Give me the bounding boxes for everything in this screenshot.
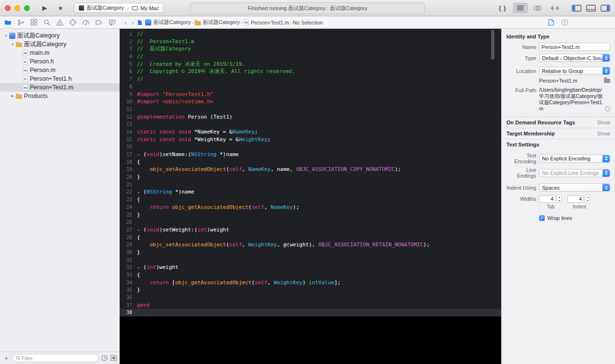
code-line-22[interactable]: 22- (NSString *)name bbox=[120, 188, 501, 196]
filter-input[interactable] bbox=[22, 355, 95, 361]
line-endings-popup[interactable]: No Explicit Line Endings bbox=[539, 169, 610, 177]
sidebar-item-Person+Test1.h[interactable]: hPerson+Test1.h bbox=[0, 74, 120, 83]
breadcrumb-item[interactable]: 面试题Category bbox=[195, 19, 240, 26]
tab-width-stepper[interactable] bbox=[556, 194, 562, 203]
stop-button[interactable]: ■ bbox=[59, 5, 62, 12]
code-line-38[interactable]: 38 bbox=[120, 309, 501, 316]
code-line-9[interactable]: 9#import "Person+Test1.h" bbox=[120, 91, 501, 98]
test-navigator-icon[interactable] bbox=[67, 17, 79, 28]
code-line-6[interactable]: 6// Copyright © 2019年 冰凌天. All rights re… bbox=[120, 68, 501, 75]
version-editor-button[interactable] bbox=[548, 3, 562, 13]
code-line-11[interactable]: 11 bbox=[120, 106, 501, 113]
code-line-18[interactable]: 18{ bbox=[120, 158, 501, 166]
indent-width-stepper[interactable] bbox=[585, 194, 590, 203]
report-navigator-icon[interactable] bbox=[106, 17, 118, 28]
code-line-32[interactable]: 32- (int)weight bbox=[120, 264, 501, 271]
standard-editor-button[interactable] bbox=[513, 3, 528, 13]
code-line-28[interactable]: 28{ bbox=[120, 234, 501, 242]
run-button[interactable]: ▶ bbox=[42, 4, 47, 12]
breadcrumb-item[interactable]: 面试题Category bbox=[145, 19, 191, 26]
breadcrumb-item[interactable]: No Selection bbox=[293, 20, 322, 25]
source-control-navigator-icon[interactable] bbox=[15, 17, 26, 28]
back-button[interactable]: ‹ bbox=[123, 19, 128, 26]
related-items-icon[interactable] bbox=[137, 20, 142, 25]
code-line-2[interactable]: 2// Person+Test1.m bbox=[120, 38, 501, 46]
code-line-4[interactable]: 4// bbox=[120, 53, 501, 61]
code-line-7[interactable]: 7// bbox=[120, 75, 501, 83]
code-line-10[interactable]: 10#import <objc/runtime.h> bbox=[120, 98, 501, 106]
code-line-3[interactable]: 3// 面试题Category bbox=[120, 45, 501, 53]
code-line-15[interactable]: 15static const void *WeightKey = &Weight… bbox=[120, 136, 501, 144]
location-popup[interactable]: Relative to Group bbox=[539, 67, 610, 75]
close-window-button[interactable] bbox=[5, 5, 11, 11]
source-editor[interactable]: 1//2// Person+Test1.m3// 面试题Category4//5… bbox=[120, 29, 501, 364]
sidebar-item-面试题Category[interactable]: ▼面试题Category bbox=[0, 40, 120, 49]
code-line-21[interactable]: 21 bbox=[120, 181, 501, 189]
sidebar-item-Person+Test1.m[interactable]: mPerson+Test1.m bbox=[0, 83, 120, 92]
code-line-35[interactable]: 35} bbox=[120, 286, 501, 294]
recent-files-icon[interactable] bbox=[101, 355, 108, 361]
code-line-16[interactable]: 16 bbox=[120, 143, 501, 151]
toggle-inspector-button[interactable] bbox=[601, 5, 610, 12]
issue-navigator-icon[interactable] bbox=[54, 17, 66, 28]
sidebar-item-Person.h[interactable]: hPerson.h bbox=[0, 57, 120, 66]
source-control-status-icon[interactable] bbox=[111, 355, 117, 361]
sidebar-item-main.m[interactable]: mmain.m bbox=[0, 49, 120, 57]
code-line-30[interactable]: 30} bbox=[120, 249, 501, 256]
code-line-24[interactable]: 24 return objc_getAssociatedObject(self,… bbox=[120, 204, 501, 211]
code-snippets-icon[interactable]: { } bbox=[499, 5, 506, 12]
project-navigator-icon[interactable] bbox=[2, 17, 13, 28]
code-line-26[interactable]: 26 bbox=[120, 218, 501, 226]
editor-scrollbar[interactable] bbox=[491, 30, 494, 60]
filter-field[interactable] bbox=[12, 354, 98, 362]
code-line-20[interactable]: 20} bbox=[120, 173, 501, 181]
code-line-31[interactable]: 31 bbox=[120, 256, 501, 264]
debug-navigator-icon[interactable] bbox=[80, 17, 92, 28]
code-line-27[interactable]: 27- (void)setWeight:(int)weight bbox=[120, 226, 501, 234]
zoom-window-button[interactable] bbox=[24, 5, 30, 11]
name-field[interactable] bbox=[539, 43, 610, 51]
add-button[interactable]: + bbox=[3, 354, 10, 362]
text-encoding-popup[interactable]: No Explicit Encoding bbox=[539, 155, 610, 163]
code-line-5[interactable]: 5// Created by 冰凌天 on 2019/1/19. bbox=[120, 61, 501, 68]
code-line-12[interactable]: 12@implementation Person (Test1) bbox=[120, 113, 501, 121]
scheme-selector[interactable]: 面试题Category › My Mac bbox=[74, 3, 163, 13]
type-popup[interactable]: Default - Objective-C Sou... bbox=[539, 54, 610, 62]
forward-button[interactable]: › bbox=[131, 19, 135, 26]
code-line-8[interactable]: 8 bbox=[120, 83, 501, 91]
code-line-1[interactable]: 1// bbox=[120, 30, 501, 38]
tab-width-field[interactable] bbox=[539, 195, 555, 203]
code-line-14[interactable]: 14static const void *NameKey = &NameKey; bbox=[120, 128, 501, 136]
sidebar-item-Person.m[interactable]: mPerson.m bbox=[0, 66, 120, 74]
code-line-25[interactable]: 25} bbox=[120, 211, 501, 219]
code-line-29[interactable]: 29 objc_setAssociatedObject(self, Weight… bbox=[120, 241, 501, 249]
assistant-editor-button[interactable] bbox=[530, 3, 545, 13]
disclosure-triangle[interactable]: ▶ bbox=[10, 94, 16, 98]
target-show-button[interactable]: Show bbox=[597, 131, 610, 136]
code-line-17[interactable]: 17- (void)setName:(NSString *)name bbox=[120, 151, 501, 158]
reveal-path-icon[interactable]: → bbox=[605, 106, 610, 111]
sidebar-item-面试题Category[interactable]: ▼面试题Category bbox=[0, 31, 120, 40]
symbol-navigator-icon[interactable] bbox=[28, 17, 39, 28]
indent-using-popup[interactable]: Spaces bbox=[539, 183, 610, 192]
code-line-37[interactable]: 37@end bbox=[120, 302, 501, 309]
code-line-23[interactable]: 23{ bbox=[120, 196, 501, 204]
find-navigator-icon[interactable] bbox=[41, 17, 52, 28]
quick-help-inspector-icon[interactable]: ? bbox=[562, 19, 568, 25]
breakpoint-navigator-icon[interactable] bbox=[93, 17, 105, 28]
toggle-debug-area-button[interactable] bbox=[586, 5, 596, 12]
disclosure-triangle[interactable]: ▼ bbox=[3, 34, 9, 37]
odr-show-button[interactable]: Show bbox=[597, 120, 610, 125]
code-line-36[interactable]: 36 bbox=[120, 294, 501, 302]
minimize-window-button[interactable] bbox=[14, 5, 20, 11]
file-inspector-icon[interactable] bbox=[548, 19, 554, 26]
sidebar-item-Products[interactable]: ▶Products bbox=[0, 92, 120, 100]
code-line-13[interactable]: 13 bbox=[120, 121, 501, 128]
breadcrumb-item[interactable]: mPerson+Test1.m bbox=[244, 19, 289, 25]
disclosure-triangle[interactable]: ▼ bbox=[10, 43, 16, 46]
code-line-34[interactable]: 34 return [objc_getAssociatedObject(self… bbox=[120, 279, 501, 287]
code-line-33[interactable]: 33{ bbox=[120, 271, 501, 279]
wrap-lines-checkbox[interactable]: ✓ bbox=[539, 215, 545, 221]
choose-folder-icon[interactable] bbox=[604, 79, 610, 83]
indent-width-field[interactable] bbox=[567, 195, 584, 203]
